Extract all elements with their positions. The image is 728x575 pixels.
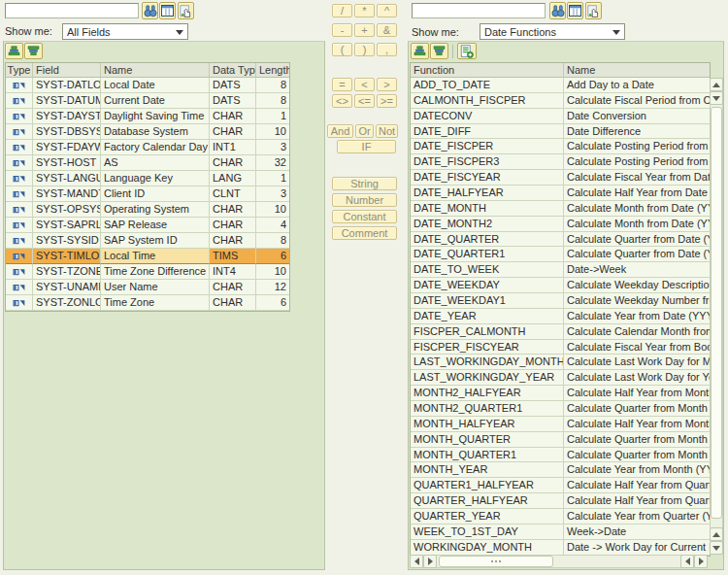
scroll-down-button-bottom[interactable]: [710, 541, 723, 555]
operator-not-equal-button[interactable]: <>: [332, 94, 352, 108]
scroll-up-button[interactable]: [710, 78, 723, 91]
field-row[interactable]: SYST-TIMLOLocal TimeTIMS6: [6, 249, 289, 264]
function-row[interactable]: FISCPER_FISCYEARCalculate Fiscal Year fr…: [411, 340, 710, 355]
left-show-me-dropdown[interactable]: All Fields: [62, 23, 188, 40]
scroll-left-button-end[interactable]: [680, 555, 694, 568]
function-row[interactable]: DATE_YEARCalculate Year from Date (YYYY: [411, 309, 710, 324]
operator-and-button[interactable]: And: [327, 124, 353, 138]
operator-if-button[interactable]: IF: [337, 140, 396, 153]
column-header-type[interactable]: Type: [6, 63, 33, 78]
right-search-input[interactable]: [412, 3, 546, 18]
field-row[interactable]: SYST-HOSTASCHAR32: [6, 155, 289, 171]
field-row[interactable]: SYST-MANDTClient IDCLNT3: [6, 186, 289, 202]
field-row[interactable]: SYST-SAPRLSAP ReleaseCHAR4: [6, 218, 289, 233]
operator-open-paren-button[interactable]: (: [332, 43, 352, 56]
function-row[interactable]: MONTH2_QUARTER1Calculate Quarter from Mo…: [411, 401, 710, 417]
column-header-name[interactable]: Name: [564, 63, 710, 78]
field-row[interactable]: SYST-UNAMEUser NameCHAR12: [6, 280, 289, 295]
field-row[interactable]: SYST-OPSYSOperating SystemCHAR10: [6, 202, 289, 218]
function-row[interactable]: DATE_FISCPER3Calculate Posting Period fr…: [411, 154, 710, 170]
field-row[interactable]: SYST-ZONLOTime ZoneCHAR6: [6, 295, 289, 311]
function-row[interactable]: DATE_FISCPERCalculate Posting Period fro…: [411, 139, 710, 154]
left-sort-button[interactable]: [5, 43, 23, 59]
field-row[interactable]: SYST-DBSYSDatabase SystemCHAR10: [6, 124, 289, 140]
operator-power-button[interactable]: ^: [377, 4, 397, 17]
operator-greater-than-button[interactable]: >: [377, 78, 397, 91]
function-row[interactable]: DATE_WEEKDAY1Calculate Weekday Number fr…: [411, 293, 710, 309]
field-row[interactable]: SYST-LANGULanguage KeyLANG1: [6, 171, 289, 186]
operator-concat-button[interactable]: &: [377, 23, 397, 37]
field-row[interactable]: SYST-DATLOLocal DateDATS8: [6, 78, 289, 93]
function-row[interactable]: ADD_TO_DATEAdd Day to a Date: [411, 78, 710, 93]
function-row[interactable]: LAST_WORKINGDAY_YEARCalculate Last Work …: [411, 370, 710, 386]
operator-less-equal-button[interactable]: <=: [354, 94, 375, 108]
operator-equals-button[interactable]: =: [332, 78, 352, 91]
right-columns-button[interactable]: [567, 2, 583, 19]
scroll-right-button-end[interactable]: [694, 555, 708, 568]
column-header-name[interactable]: Name: [101, 63, 210, 78]
operator-less-than-button[interactable]: <: [354, 78, 375, 91]
field-row[interactable]: SYST-DATUMCurrent DateDATS8: [6, 93, 289, 109]
function-row[interactable]: QUARTER_YEARCalculate Year from Quarter …: [411, 509, 710, 524]
function-row[interactable]: MONTH_QUARTERCalculate Quarter from Mont…: [411, 432, 710, 448]
function-row[interactable]: WEEK_TO_1ST_DAYWeek->Date: [411, 524, 710, 540]
field-row[interactable]: SYST-SYSIDSAP System IDCHAR8: [6, 233, 289, 249]
operator-or-button[interactable]: Or: [355, 124, 374, 138]
left-select-button[interactable]: [178, 2, 194, 19]
operator-divide-button[interactable]: /: [332, 4, 352, 17]
function-row[interactable]: MONTH2_HALFYEARCalculate Half Year from …: [411, 386, 710, 401]
operator-greater-equal-button[interactable]: >=: [377, 94, 397, 108]
scroll-left-button[interactable]: [410, 555, 423, 568]
field-row[interactable]: SYST-FDAYWFactory Calendar DayINT13: [6, 140, 289, 155]
function-row[interactable]: DATE_QUARTERCalculate Quarter from Date …: [411, 232, 710, 248]
function-row[interactable]: LAST_WORKINGDAY_MONTHCalculate Last Work…: [411, 355, 710, 370]
function-row[interactable]: MONTH_QUARTER1Calculate Quarter from Mon…: [411, 448, 710, 463]
function-row[interactable]: DATE_MONTH2Calculate Month from Date (YY…: [411, 217, 710, 232]
scroll-up-button-bottom[interactable]: [710, 527, 723, 541]
function-row[interactable]: CALMONTH_FISCPERCalculate Fiscal Period …: [411, 93, 710, 109]
function-row[interactable]: QUARTER1_HALFYEARCalculate Half Year fro…: [411, 478, 710, 493]
right-sort-button[interactable]: [411, 43, 429, 59]
function-row[interactable]: DATE_FISCYEARCalculate Fiscal Year from …: [411, 170, 710, 186]
right-filter-button[interactable]: [430, 43, 448, 59]
operator-plus-button[interactable]: +: [354, 23, 375, 37]
scroll-down-button[interactable]: [710, 91, 723, 105]
insert-number-button[interactable]: Number: [332, 193, 397, 207]
vertical-scrollbar-thumb[interactable]: [711, 107, 722, 519]
operator-close-paren-button[interactable]: ): [354, 43, 375, 56]
column-header-length[interactable]: Length: [256, 63, 289, 78]
right-show-me-dropdown[interactable]: Date Functions: [480, 23, 625, 40]
function-row[interactable]: DATE_WEEKDAYCalculate Weekday Descriptio…: [411, 278, 710, 293]
function-row[interactable]: QUARTER_HALFYEARCalculate Half Year from…: [411, 493, 710, 509]
field-row[interactable]: SYST-TZONETime Zone DifferenceINT410: [6, 264, 289, 280]
right-select-button[interactable]: [585, 2, 602, 19]
left-columns-button[interactable]: [159, 2, 176, 19]
function-row[interactable]: DATE_MONTHCalculate Month from Date (YYY: [411, 201, 710, 217]
create-function-button[interactable]: [457, 43, 477, 59]
operator-minus-button[interactable]: -: [332, 23, 352, 37]
operator-comma-button[interactable]: ,: [377, 43, 397, 56]
insert-comment-button[interactable]: Comment: [332, 226, 397, 240]
field-row[interactable]: SYST-DAYSTDaylight Saving TimeCHAR1: [6, 109, 289, 124]
function-row[interactable]: WORKINGDAY_MONTHDate -> Work Day for Cur…: [411, 540, 710, 556]
column-header-function[interactable]: Function: [411, 63, 564, 78]
function-row[interactable]: DATE_QUARTER1Calculate Quarter from Date…: [411, 247, 710, 262]
left-search-input[interactable]: [5, 3, 139, 18]
scroll-right-button[interactable]: [423, 555, 437, 568]
left-find-button[interactable]: [142, 2, 158, 19]
operator-multiply-button[interactable]: *: [354, 4, 375, 17]
horizontal-scrollbar-thumb[interactable]: [439, 556, 553, 567]
function-row[interactable]: DATECONVDate Conversion: [411, 109, 710, 124]
function-row[interactable]: MONTH_HALFYEARCalculate Half Year from M…: [411, 417, 710, 432]
right-find-button[interactable]: [549, 2, 566, 19]
function-row[interactable]: FISCPER_CALMONTHCalculate Calendar Month…: [411, 324, 710, 340]
insert-string-button[interactable]: String: [332, 177, 397, 190]
column-header-field[interactable]: Field: [33, 63, 101, 78]
left-filter-button[interactable]: [24, 43, 43, 59]
function-row[interactable]: DATE_TO_WEEKDate->Week: [411, 262, 710, 278]
function-row[interactable]: MONTH_YEARCalculate Year from Month (YYY: [411, 462, 710, 478]
function-row[interactable]: DATE_DIFFDate Difference: [411, 124, 710, 140]
insert-constant-button[interactable]: Constant: [332, 210, 397, 223]
operator-not-button[interactable]: Not: [376, 124, 398, 138]
function-row[interactable]: DATE_HALFYEARCalculate Half Year from Da…: [411, 186, 710, 201]
